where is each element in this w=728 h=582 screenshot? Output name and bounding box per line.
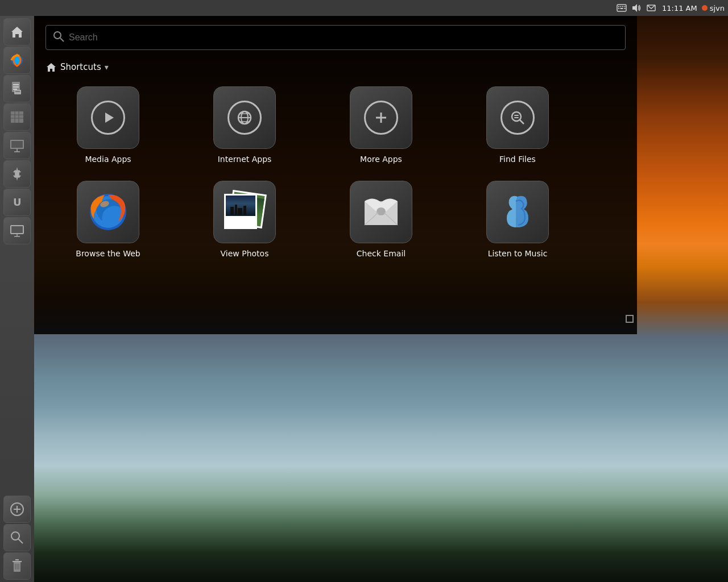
svg-rect-1 [618,6,619,7]
svg-rect-4 [624,6,625,7]
svg-point-64 [377,207,386,215]
home-breadcrumb-icon [46,61,57,73]
media-apps-icon [91,101,125,135]
check-email-label: Check Email [357,249,406,258]
photos-icon [222,189,267,235]
svg-line-37 [18,539,23,543]
svg-point-54 [512,112,521,121]
svg-rect-17 [15,91,20,92]
find-files-icon [500,101,535,135]
app-launcher: Shortcuts ▾ Media Apps [34,16,637,334]
svg-rect-5 [618,8,619,9]
app-internet-apps[interactable]: Internet Apps [193,86,296,164]
listen-music-icon-wrap [486,181,549,243]
app-view-photos[interactable]: View Photos [193,181,296,258]
keyboard-indicator-icon[interactable] [615,2,628,14]
app-more-apps[interactable]: More Apps [330,86,432,164]
find-files-icon-wrap [486,86,549,149]
svg-rect-57 [514,117,519,118]
email-icon[interactable] [645,2,657,14]
check-email-icon-wrap [350,181,412,243]
clock: 11:11 AM [660,4,700,13]
search-bar[interactable] [46,25,626,50]
svg-rect-15 [13,89,17,90]
svg-text:U: U [13,196,22,208]
user-menu[interactable]: sjvn [702,4,725,13]
find-files-label: Find Files [499,155,536,164]
svg-rect-18 [11,111,23,123]
search-icon [53,31,64,44]
breadcrumb-arrow[interactable]: ▾ [105,63,109,72]
view-photos-label: View Photos [221,249,269,258]
media-apps-icon-wrap [77,86,139,149]
sidebar-item-firefox[interactable] [3,47,31,74]
music-app-icon [495,190,540,234]
user-status-dot [702,5,708,11]
app-browse-web[interactable]: Browse the Web [57,181,159,258]
sidebar-item-document[interactable] [3,75,31,102]
sidebar-item-search[interactable] [3,524,31,551]
firefox-icon [85,189,131,235]
app-find-files[interactable]: Find Files [466,86,569,164]
volume-icon[interactable] [630,2,643,14]
app-check-email[interactable]: Check Email [330,181,432,258]
internet-apps-icon-wrap [213,86,276,149]
breadcrumb: Shortcuts ▾ [46,61,626,73]
sidebar-item-presentation[interactable] [3,132,31,159]
scroll-handle[interactable] [626,315,634,323]
svg-rect-2 [620,6,621,7]
svg-marker-8 [632,4,637,12]
svg-line-55 [520,120,524,124]
internet-apps-label: Internet Apps [218,155,272,164]
sidebar: U [0,16,34,582]
svg-point-44 [54,32,61,39]
sidebar-item-spreadsheet[interactable] [3,103,31,131]
sidebar-item-add[interactable] [3,496,31,523]
app-grid: Media Apps Internet Apps [46,86,626,258]
svg-point-36 [11,532,19,540]
sidebar-item-settings[interactable] [3,160,31,188]
media-apps-label: Media Apps [85,155,131,164]
top-panel: 11:11 AM sjvn [0,0,728,16]
email-app-icon [359,190,403,234]
listen-music-label: Listen to Music [488,249,548,258]
internet-apps-icon [228,101,262,135]
svg-rect-30 [11,226,23,233]
sidebar-item-home[interactable] [3,18,31,45]
svg-rect-14 [13,86,19,88]
svg-rect-7 [624,8,625,9]
sidebar-item-trash[interactable] [3,552,31,580]
breadcrumb-current: Shortcuts [60,62,101,72]
app-media-apps[interactable]: Media Apps [57,86,159,164]
svg-line-45 [60,38,64,41]
more-apps-label: More Apps [360,155,402,164]
sidebar-item-screen[interactable] [3,217,31,244]
svg-rect-3 [622,6,623,7]
svg-rect-24 [11,141,23,148]
svg-rect-56 [514,115,519,116]
svg-rect-6 [620,8,623,9]
svg-marker-46 [105,113,114,123]
view-photos-icon-wrap [213,181,276,243]
search-input[interactable] [69,32,618,43]
more-apps-icon-wrap [350,86,412,149]
more-apps-icon [364,101,398,135]
browse-web-label: Browse the Web [76,249,140,258]
sidebar-item-update[interactable]: U [3,189,31,216]
svg-rect-13 [13,84,19,85]
app-listen-music[interactable]: Listen to Music [466,181,569,258]
username: sjvn [710,4,725,13]
browse-web-icon-wrap [77,181,139,243]
